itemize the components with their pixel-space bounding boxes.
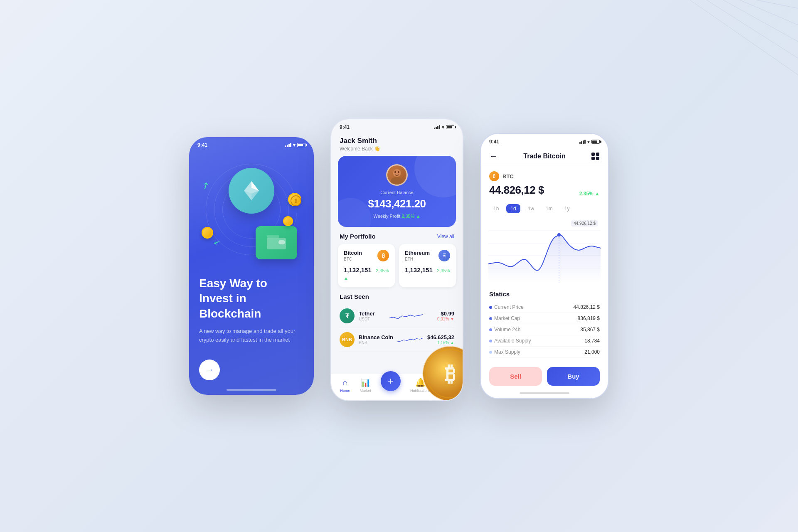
svg-line-0 [690,0,798,75]
stat-volume: Volume 24h 35,867 $ [489,324,600,335]
btc-label: BTC [502,173,514,180]
bnb-chart [397,333,423,346]
battery-3 [591,140,600,144]
time-3: 9:41 [489,139,499,145]
bitcoin-name: Bitcoin [344,250,362,256]
home-indicator-3 [520,392,569,394]
svg-text:₿: ₿ [295,199,297,204]
svg-point-19 [391,177,403,185]
bnb-icon: BNB [340,332,355,347]
stat-max-supply-label: Max Supply [489,349,520,355]
grid-dot-2 [596,153,599,156]
add-icon: + [388,375,394,387]
tether-item[interactable]: ₮ Tether USDT $0.99 0,01% ▼ [340,304,454,328]
trade-price: 44.826,12 $ [489,184,544,197]
splash-subtitle: A new way to manage and trade all your c… [199,327,304,345]
svg-rect-11 [267,235,279,238]
gold-coin-1: ₿ [288,193,301,206]
status-icons-2: ▾ [434,125,454,130]
tether-price: $0.99 0,01% ▼ [437,310,454,321]
period-1w[interactable]: 1w [524,204,538,213]
ethereum-change: 2,35% [437,268,450,273]
arrow-2: ↙ [213,237,222,248]
weekly-profit: Weekly Profit 2,35% ▲ [346,214,448,219]
fab-add-button[interactable]: + [381,371,401,391]
ethereum-card[interactable]: Ethereum ETH Ξ 1,132,151 2,35% [399,244,456,287]
period-1d[interactable]: 1d [506,204,520,213]
home-label: Home [340,389,350,393]
nav-notifications[interactable]: 🔔 Notifications [410,377,431,393]
eth-symbol [243,180,260,201]
balance-amount: $143,421.20 [346,197,448,210]
period-1m[interactable]: 1m [542,204,557,213]
dashboard-header: Jack Smith Welcome Back 👋 [331,133,463,156]
signal-3 [579,140,586,144]
stat-current-price-value: 44.826,12 $ [574,304,600,310]
wallet-icon [256,226,297,259]
trade-buttons: Sell Buy [481,361,608,392]
price-chart [488,218,601,283]
cta-arrow: → [205,365,214,374]
eth-icon: Ξ [438,250,450,261]
stat-max-supply: Max Supply 21,000 [489,347,600,358]
stat-volume-label: Volume 24h [489,327,520,332]
period-1y[interactable]: 1y [560,204,574,213]
notifications-label: Notifications [410,389,431,393]
btc-badge: ₿ BTC [489,171,600,181]
bnb-item[interactable]: BNB Binance Coin BNB $46.625,32 1,15% ▲ [340,328,454,352]
phone-dashboard: ₿ 9:41 ▾ [330,118,463,401]
bottom-nav: ⌂ Home 📊 Market + 🔔 Notifications ⚙ Sett… [331,374,463,400]
portfolio-title: My Portfolio [340,233,376,240]
btc-circle-icon: ₿ [489,171,499,181]
stat-max-supply-value: 21,000 [584,349,600,355]
nav-home[interactable]: ⌂ Home [340,378,350,393]
splash-title: Easy Way toInvest in Blockchain [199,276,304,321]
weekly-label: Weekly Profit [374,214,401,219]
sell-button[interactable]: Sell [489,367,542,386]
cta-button[interactable]: → [199,360,220,380]
stat-dot-4 [489,340,492,342]
buy-button[interactable]: Buy [547,367,600,386]
time-periods: 1h 1d 1w 1m 1y [481,201,608,218]
wifi-3: ▾ [587,139,590,145]
weekly-value: 2,35% ▲ [401,214,420,219]
stat-dot-3 [489,328,492,331]
stat-market-cap: Market Cap 836,819 $ [489,313,600,324]
grid-dot-1 [591,153,595,156]
tether-icon: ₮ [340,308,355,323]
back-button[interactable]: ← [489,151,498,161]
user-name: Jack Smith [340,137,454,145]
welcome-text: Welcome Back 👋 [340,146,454,152]
bnb-name: Binance Coin [359,334,393,340]
bnb-price: $46.625,32 1,15% ▲ [427,334,454,345]
chart-area: 44.926,12 $ [481,218,608,285]
ethereum-value: 1,132,151 [405,266,433,273]
period-1h[interactable]: 1h [489,204,503,213]
eth-coin [229,168,274,214]
view-all-link[interactable]: View all [437,234,454,239]
portfolio-grid: Bitcoin BTC ₿ 1,132,151 2,35% ▲ [331,244,463,293]
balance-card: Current Balance $143,421.20 Weekly Profi… [338,156,456,227]
btc-icon: ₿ [377,250,389,261]
trade-change: 2,35% ▲ [579,191,600,197]
ethereum-name: Ethereum [405,250,430,256]
battery-1 [297,143,305,147]
stat-market-cap-value: 836,819 $ [578,315,600,321]
status-icons-1: ▾ [285,143,305,148]
trade-coin-info: ₿ BTC 44.826,12 $ 2,35% ▲ [481,166,608,201]
phone-trade: 9:41 ▾ ← Trade Bitcoin [480,133,609,399]
bitcoin-card[interactable]: Bitcoin BTC ₿ 1,132,151 2,35% ▲ [338,244,395,287]
bitcoin-info: Bitcoin BTC [344,250,362,261]
gold-coin-2 [202,227,213,239]
nav-settings[interactable]: ⚙ Settings [440,377,454,393]
time-2: 9:41 [340,124,350,130]
dashboard-content: Jack Smith Welcome Back 👋 [331,133,463,398]
battery-2 [446,125,454,129]
grid-button[interactable] [591,153,600,160]
nav-market[interactable]: 📊 Market [360,377,371,393]
stat-current-price: Current Price 44.826,12 $ [489,302,600,313]
tether-sym: USDT [359,317,375,321]
tether-name: Tether [359,310,375,317]
svg-line-1 [707,0,798,58]
avatar [386,164,408,186]
